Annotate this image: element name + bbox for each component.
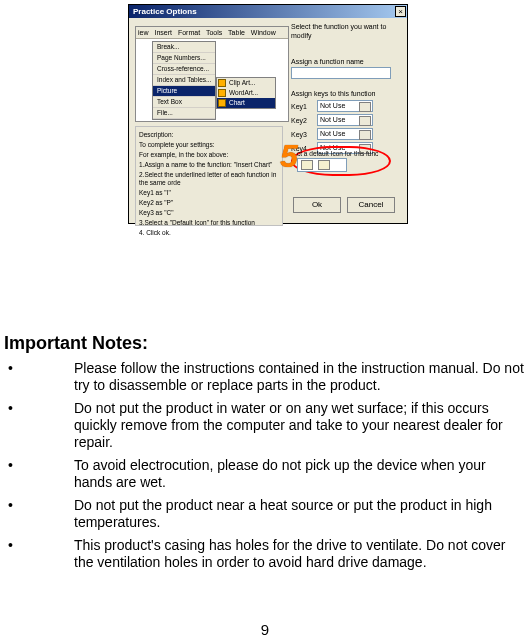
- key-row: Key3 Not Use: [291, 128, 403, 140]
- right-label: Assign a function name: [291, 57, 403, 66]
- clipart-icon: [218, 79, 226, 87]
- description-box: Description: To complete your settings: …: [135, 126, 283, 226]
- submenu-wordart[interactable]: WordArt...: [217, 88, 275, 98]
- right-label: Select the function you want to modify: [291, 22, 403, 40]
- icon-choice[interactable]: [318, 160, 330, 170]
- default-icon-label: ct a default Icon for this func: [297, 150, 385, 157]
- notes-item: To avoid electrocution, please do not pi…: [4, 457, 524, 497]
- menu-entry[interactable]: Cross-reference...: [153, 64, 215, 75]
- right-panel: Select the function you want to modify A…: [291, 20, 403, 219]
- icon-picker[interactable]: [297, 158, 347, 172]
- menu-item[interactable]: Tools: [206, 29, 222, 36]
- menu-item[interactable]: Table: [228, 29, 245, 36]
- submenu-label: Chart: [229, 99, 245, 106]
- description-step: 2.Select the underlined letter of each f…: [139, 171, 279, 187]
- default-icon-area: ct a default Icon for this func: [291, 146, 391, 176]
- right-label: Assign keys to this function: [291, 89, 403, 98]
- ok-button[interactable]: Ok: [293, 197, 341, 213]
- key-label: Key1: [291, 103, 317, 110]
- menu-entry[interactable]: Break...: [153, 42, 215, 53]
- notes-item: Please follow the instructions contained…: [4, 360, 524, 400]
- dialog-title-text: Practice Options: [133, 7, 197, 16]
- menu-item[interactable]: Format: [178, 29, 200, 36]
- notes-list: Please follow the instructions contained…: [4, 360, 524, 577]
- menu-item[interactable]: Window: [251, 29, 276, 36]
- chart-icon: [218, 99, 226, 107]
- notes-item: This product's casing has holes for the …: [4, 537, 524, 577]
- dialog-buttons: Ok Cancel: [293, 197, 395, 213]
- submenu-chart[interactable]: Chart: [217, 98, 275, 108]
- description-line: For example, in the box above:: [139, 151, 279, 159]
- insert-menu: Break... Page Numbers... Cross-reference…: [152, 41, 216, 120]
- menu-item[interactable]: iew: [138, 29, 149, 36]
- picture-submenu: Clip Art... WordArt... Chart: [216, 77, 276, 109]
- description-step: 1.Assign a name to the function: "Insert…: [139, 161, 279, 169]
- description-line: To complete your settings:: [139, 141, 279, 149]
- key-row: Key1 Not Use: [291, 100, 403, 112]
- key-label: Key3: [291, 131, 317, 138]
- page-number: 9: [0, 621, 530, 639]
- description-step: Key1 as "I": [139, 189, 279, 197]
- cancel-button[interactable]: Cancel: [347, 197, 395, 213]
- screenshot-figure: Practice Options × iew Insert Format Too…: [128, 4, 408, 224]
- notes-heading: Important Notes:: [4, 332, 524, 354]
- notes-item: Do not put the product near a heat sourc…: [4, 497, 524, 537]
- description-step: 4. Click ok.: [139, 229, 279, 237]
- key-select[interactable]: Not Use: [317, 114, 373, 126]
- menu-entry[interactable]: Text Box: [153, 97, 215, 108]
- icon-choice[interactable]: [301, 160, 313, 170]
- notes-item: Do not put the product in water or on an…: [4, 400, 524, 457]
- key-select[interactable]: Not Use: [317, 100, 373, 112]
- important-notes-section: Important Notes: Please follow the instr…: [4, 332, 524, 577]
- dialog-body: iew Insert Format Tools Table Window Bre…: [129, 18, 407, 223]
- menu-entry[interactable]: Page Numbers...: [153, 53, 215, 64]
- inner-menubar: iew Insert Format Tools Table Window: [136, 27, 288, 39]
- key-row: Key2 Not Use: [291, 114, 403, 126]
- inner-window: iew Insert Format Tools Table Window Bre…: [135, 26, 289, 122]
- wordart-icon: [218, 89, 226, 97]
- description-step: Key2 as "P": [139, 199, 279, 207]
- key-select[interactable]: Not Use: [317, 128, 373, 140]
- description-step: Key3 as "C": [139, 209, 279, 217]
- menu-entry[interactable]: Index and Tables...: [153, 75, 215, 86]
- function-name-input[interactable]: [291, 67, 391, 79]
- menu-item[interactable]: Insert: [154, 29, 172, 36]
- menu-entry[interactable]: File...: [153, 108, 215, 119]
- submenu-label: WordArt...: [229, 89, 258, 96]
- key-label: Key2: [291, 117, 317, 124]
- menu-entry-picture[interactable]: Picture: [153, 86, 215, 97]
- submenu-clipart[interactable]: Clip Art...: [217, 78, 275, 88]
- description-step: 3.Select a "Default Icon" for this funct…: [139, 219, 279, 227]
- submenu-label: Clip Art...: [229, 79, 255, 86]
- close-icon[interactable]: ×: [395, 6, 406, 17]
- description-heading: Description:: [139, 131, 279, 139]
- dialog-titlebar: Practice Options ×: [129, 5, 407, 18]
